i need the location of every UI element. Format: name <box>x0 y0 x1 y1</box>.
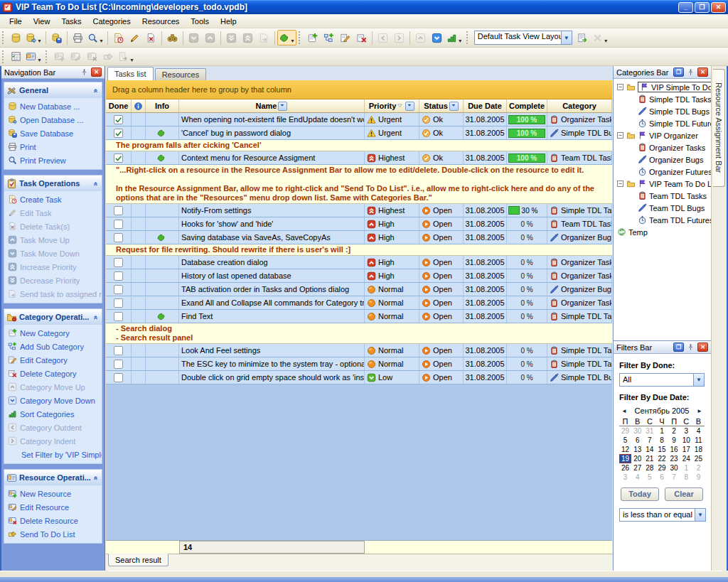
done-checkbox[interactable] <box>114 285 123 294</box>
tasks-view-button[interactable] <box>8 49 24 65</box>
collapse-icon[interactable] <box>92 180 100 188</box>
calendar-day[interactable]: 22 <box>655 454 668 463</box>
chevron-down-icon[interactable]: ▼ <box>695 509 705 521</box>
calendar-day[interactable]: 4 <box>692 426 705 436</box>
nav-item-category-move-down[interactable]: Category Move Down <box>4 394 102 407</box>
tree-item-team-tdl-futures[interactable]: Team TDL Futures <box>615 214 711 226</box>
edit-task-button[interactable] <box>127 30 143 45</box>
collapse-icon[interactable] <box>92 474 100 482</box>
menu-tasks[interactable]: Tasks <box>55 15 87 28</box>
calendar-day[interactable]: 6 <box>655 473 668 482</box>
pin-icon[interactable] <box>79 68 90 77</box>
calendar-day[interactable]: 7 <box>643 436 655 445</box>
calendar-day[interactable]: 8 <box>680 473 692 482</box>
task-row[interactable]: The ESC key to minimize to the system tr… <box>106 357 612 371</box>
calendar-day[interactable]: 16 <box>668 445 680 454</box>
calendar-day[interactable]: 17 <box>680 445 692 454</box>
nav-item-create-task[interactable]: Create Task <box>4 193 102 206</box>
nav-item-task-move-down[interactable]: Task Move Down <box>4 247 102 260</box>
calendar-day[interactable]: 1 <box>655 426 668 436</box>
done-checkbox[interactable] <box>114 206 123 215</box>
chevron-down-icon[interactable]: ▼ <box>99 38 104 45</box>
calendar-day[interactable]: 23 <box>668 454 680 463</box>
nav-item-category-indent[interactable]: Category Indent <box>4 434 102 448</box>
tree-item-vip-organizer[interactable]: −VIP Organizer <box>615 129 711 141</box>
nav-item-delete-resource[interactable]: Delete Resource <box>4 514 102 527</box>
clear-button[interactable]: Clear <box>665 487 703 501</box>
calendar-day[interactable]: 24 <box>680 454 692 463</box>
new-category-button[interactable] <box>304 30 321 45</box>
nav-item-print-preview[interactable]: Print Preview <box>4 153 102 167</box>
sort-icon[interactable] <box>449 102 459 111</box>
nav-item-category-outdent[interactable]: Category Outdent <box>4 421 102 434</box>
tree-expander-icon[interactable]: − <box>617 132 623 139</box>
task-view-layout-select[interactable]: Default Task View Layout▼ <box>474 31 572 45</box>
done-checkbox[interactable] <box>114 153 123 163</box>
calendar-day[interactable]: 20 <box>631 454 643 463</box>
task-row[interactable]: Exand All and Collapse All commands for … <box>106 296 612 310</box>
task-row[interactable]: Database creation dialogHighOpen31.08.20… <box>106 256 612 269</box>
chevron-down-icon[interactable]: ▼ <box>561 31 572 44</box>
task-row[interactable]: Look And Feel settingsNormalOpen31.08.20… <box>106 344 612 357</box>
calendar-day[interactable]: 29 <box>619 426 631 436</box>
filters-bar-restore-icon[interactable]: ❐ <box>673 343 684 352</box>
resources-view-button[interactable]: ▼ <box>24 49 43 65</box>
task-row[interactable]: Saving database via SaveAs, SaveCopyAsHi… <box>106 231 612 244</box>
tree-item-vip-team-to-do-list[interactable]: −VIP Team To Do List <box>615 178 711 190</box>
chevron-down-icon[interactable]: ▼ <box>37 58 42 64</box>
delete-task-button[interactable] <box>143 30 159 45</box>
calendar-day[interactable]: 21 <box>643 454 655 463</box>
create-task-button[interactable] <box>110 30 127 45</box>
calendar-prev-icon[interactable]: ◄ <box>621 408 627 414</box>
group-by-hint[interactable]: Drag a column header here to group by th… <box>106 80 612 99</box>
nav-group-header-resource-operati[interactable]: Resource Operati... <box>4 470 102 485</box>
toolbar-grip[interactable] <box>2 31 5 44</box>
categories-bar-close-icon[interactable]: ✕ <box>697 68 708 77</box>
tree-item-simple-tdl-futures[interactable]: Simple TDL Futures <box>615 117 711 129</box>
close-button[interactable]: ✕ <box>711 2 726 13</box>
task-row[interactable]: TAB activation order in Tasks and Option… <box>106 283 612 296</box>
navigation-bar-close-icon[interactable]: ✕ <box>91 68 102 77</box>
tab-tasks-list[interactable]: Tasks list <box>107 67 154 80</box>
nav-item-delete-task-s[interactable]: Delete Task(s) <box>4 220 102 233</box>
calendar-day[interactable]: 29 <box>655 463 668 473</box>
menu-tools[interactable]: Tools <box>185 15 215 28</box>
column-header-cat[interactable]: Category <box>547 99 612 112</box>
calendar-day[interactable]: 26 <box>619 463 631 473</box>
nav-item-send-to-do-list[interactable]: Send To Do List <box>4 527 102 541</box>
task-row[interactable]: Double click on grid empty space should … <box>106 371 612 384</box>
calendar-day-selected[interactable]: 19 <box>619 454 631 463</box>
done-checkbox[interactable] <box>114 258 123 267</box>
nav-group-header-category-operati[interactable]: Category Operati... <box>4 309 102 325</box>
tree-item-organizer-tasks[interactable]: Organizer Tasks <box>615 141 711 153</box>
calendar-day[interactable]: 30 <box>631 426 643 436</box>
tab-search-result[interactable]: Search result <box>108 554 168 566</box>
filter-done-select[interactable]: All ▼ <box>619 373 705 387</box>
calendar-day[interactable]: 3 <box>619 473 631 482</box>
delete-category-button[interactable] <box>353 30 370 45</box>
nav-item-new-database[interactable]: New Database ... <box>4 99 102 113</box>
calendar-day[interactable]: 18 <box>692 445 705 454</box>
nav-item-task-move-up[interactable]: Task Move Up <box>4 233 102 247</box>
nav-item-open-database[interactable]: Open Database ... <box>4 113 102 126</box>
calendar-day[interactable]: 7 <box>668 473 680 482</box>
task-row[interactable]: Context menu for Resource AssigmentHighe… <box>106 151 612 165</box>
note-row[interactable]: The program falls after cicking 'Cancel' <box>106 140 612 151</box>
task-row[interactable]: Notify-From settingsHighestOpen31.08.200… <box>106 204 612 217</box>
tab-resource-assignment-bar[interactable]: Resource Assignment Bar <box>713 69 725 187</box>
open-database-button[interactable]: ▼ <box>24 30 43 45</box>
chevron-down-icon[interactable]: ▼ <box>37 38 42 45</box>
chevron-down-icon[interactable]: ▼ <box>458 38 463 45</box>
nav-item-edit-resource[interactable]: Edit Resource <box>4 500 102 514</box>
filters-bar-close-icon[interactable]: ✕ <box>697 343 708 352</box>
nav-item-edit-category[interactable]: Edit Category <box>4 353 102 367</box>
restore-button[interactable]: ❐ <box>695 2 710 13</box>
nav-item-new-category[interactable]: New Category <box>4 326 102 340</box>
calendar-day[interactable]: 30 <box>668 463 680 473</box>
done-checkbox[interactable] <box>114 312 123 321</box>
tree-item-simple-tdl-tasks[interactable]: Simple TDL Tasks <box>615 93 711 105</box>
toolbar-grip[interactable] <box>299 31 301 44</box>
menu-categories[interactable]: Categories <box>87 15 136 28</box>
sort-icon[interactable] <box>278 102 287 111</box>
note-row[interactable]: - Search dialog- Search result panel <box>106 323 612 344</box>
